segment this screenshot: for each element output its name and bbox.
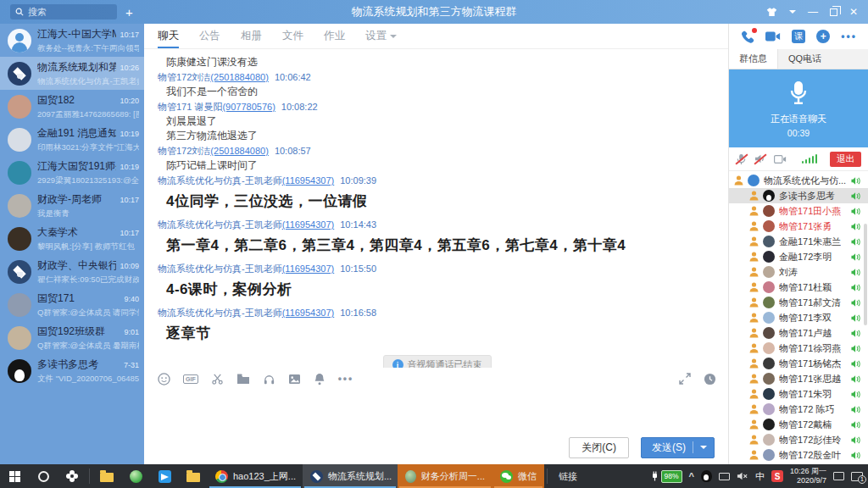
audio-icon[interactable]	[263, 373, 275, 385]
image-icon[interactable]	[288, 374, 301, 385]
chat-tab[interactable]: 设置	[365, 24, 397, 48]
conversation-list-item[interactable]: 大秦学术10:17 黎明风帆:[分享] 教师节红包	[0, 222, 144, 255]
conversation-list-item[interactable]: 多读书多思考7-31 文件 "VID_20200706_06485	[0, 354, 144, 387]
camera-off-icon[interactable]	[774, 154, 787, 164]
message-input-area[interactable]	[144, 390, 728, 430]
tab-qq-call[interactable]: QQ电话	[778, 49, 832, 69]
tray-clock[interactable]: 10:26 周一 2020/9/7	[790, 467, 826, 486]
member-row[interactable]: 多读书多思考	[729, 188, 868, 203]
member-row[interactable]: 物管171朱羽	[729, 386, 868, 402]
member-row[interactable]: 物管172戴楠	[729, 417, 868, 432]
sender-uin-link[interactable]: (907780576)	[222, 102, 275, 112]
member-row[interactable]: 物管171张思越	[729, 371, 868, 386]
start-button[interactable]	[0, 464, 29, 488]
taskbar-qq-group-window[interactable]: 物流系统规划...	[303, 464, 398, 488]
mic-muted-icon[interactable]	[736, 153, 747, 165]
taskbar-links-label[interactable]: 链接	[550, 464, 586, 488]
conversation-list-item[interactable]: 国贸192班级群9:01 Q群管家:@全体成员 暑期南校	[0, 321, 144, 354]
member-row[interactable]: 物管172彭佳玲	[729, 432, 868, 447]
sender-uin-link[interactable]: (2501884080)	[210, 72, 269, 82]
member-row[interactable]: 物管171张勇	[729, 219, 868, 234]
pinwheel-app-button[interactable]	[58, 464, 86, 488]
sender-uin-link[interactable]: (116954307)	[282, 175, 335, 186]
ime-indicator[interactable]: 中	[755, 470, 765, 483]
sender-name[interactable]: 物管172刘洁	[158, 146, 210, 156]
sender-name[interactable]: 物管171 谢曼阳	[158, 102, 222, 112]
member-row[interactable]: 物管171杨铭杰	[729, 356, 868, 371]
member-row[interactable]: 物管171田小燕	[729, 203, 868, 219]
restore-icon[interactable]	[830, 8, 837, 16]
member-row[interactable]: 物管172 陈巧	[729, 402, 868, 417]
conversation-list-item[interactable]: 江海大-中国大学M10:17 教务处--祝青永:下午两向领导	[0, 24, 144, 57]
conversation-list-item[interactable]: 国贸18210:20 2097孟丽雅14762865689: [图	[0, 90, 144, 123]
send-options-caret-icon[interactable]	[700, 446, 707, 449]
send-button[interactable]: 发送(S)	[641, 437, 715, 458]
member-row[interactable]: 物管172殷金叶	[729, 447, 868, 463]
group-class-icon[interactable]: 课	[792, 30, 805, 43]
member-row[interactable]: 物管171卢越	[729, 325, 868, 341]
voice-call-button[interactable]	[740, 30, 754, 44]
member-row[interactable]: 物管171郝文清	[729, 295, 868, 310]
skin-icon[interactable]	[766, 7, 777, 17]
sogou-ime-icon[interactable]: S	[771, 470, 783, 482]
chat-tab[interactable]: 聊天	[158, 24, 179, 48]
sender-uin-link[interactable]: (116954307)	[282, 263, 335, 274]
bird-app-button[interactable]	[150, 464, 179, 488]
screenshot-scissors-icon[interactable]	[211, 373, 224, 385]
tray-device-icon[interactable]	[719, 473, 730, 480]
member-row[interactable]: 金融172李明	[729, 249, 868, 264]
send-file-folder-icon[interactable]	[236, 373, 250, 385]
gif-icon[interactable]: GIF	[183, 374, 198, 384]
tray-expand-icon[interactable]: ^	[689, 471, 694, 481]
chat-tab[interactable]: 相册	[241, 24, 262, 48]
sender-name[interactable]: 物流系统优化与仿真-王凯老师	[158, 263, 282, 274]
exit-call-button[interactable]: 退出	[830, 152, 861, 167]
file-explorer-button[interactable]	[92, 464, 121, 488]
sender-name[interactable]: 物管172刘洁	[158, 72, 210, 82]
close-button[interactable]: 关闭(C)	[569, 437, 629, 458]
volume-muted-icon[interactable]	[737, 471, 748, 481]
touch-keyboard-icon[interactable]	[833, 472, 844, 480]
cortana-button[interactable]	[29, 464, 58, 488]
sender-uin-link[interactable]: (2501884080)	[210, 146, 269, 156]
qq-tray-icon[interactable]	[701, 470, 712, 482]
expand-icon[interactable]	[679, 373, 691, 385]
speaker-muted-icon[interactable]	[754, 153, 766, 164]
member-row[interactable]: 刘涛	[729, 264, 868, 280]
taskbar-hao123-window[interactable]: hao123_上网...	[208, 464, 303, 488]
sender-name[interactable]: 物流系统优化与仿真-王凯老师	[158, 308, 282, 318]
conversation-list-item[interactable]: 物流系统规划和第三10:26 物流系统优化与仿真-王凯老师	[0, 57, 144, 90]
message-history-icon[interactable]	[704, 373, 716, 385]
add-icon[interactable]: +	[125, 6, 133, 19]
search-input[interactable]	[28, 7, 104, 17]
member-row[interactable]: 物流系统优化与仿...	[729, 173, 868, 188]
sender-uin-link[interactable]: (116954307)	[282, 308, 335, 318]
action-center-icon[interactable]: 1	[851, 472, 863, 481]
member-row[interactable]: 物管171杜颖	[729, 280, 868, 295]
sender-name[interactable]: 物流系统优化与仿真-王凯老师	[158, 175, 282, 186]
member-row[interactable]: 物管171徐羽燕	[729, 341, 868, 356]
sender-name[interactable]: 物流系统优化与仿真-王凯老师	[158, 219, 282, 230]
battery-indicator[interactable]: 98%	[651, 470, 682, 483]
message-list[interactable]: 陈康健这门课没有选物管172刘洁(2501884080)10:06:42我们不是…	[144, 49, 728, 368]
member-list-scrollbar[interactable]	[864, 224, 867, 325]
minimize-icon[interactable]: —	[808, 7, 818, 17]
chat-tab[interactable]: 公告	[199, 24, 220, 48]
folder-button-2[interactable]	[179, 464, 208, 488]
taskbar-wechat-window[interactable]: 微信	[492, 464, 544, 488]
taskbar-finance-window[interactable]: 财务分析周一...	[398, 464, 492, 488]
chat-tab[interactable]: 作业	[324, 24, 345, 48]
emoji-icon[interactable]	[158, 373, 170, 385]
conversation-list-item[interactable]: 国贸1719:40 Q群管家:@全体成员 请同学们	[0, 288, 144, 321]
sender-uin-link[interactable]: (116954307)	[282, 219, 335, 230]
search-box[interactable]	[10, 4, 117, 19]
menu-caret-icon[interactable]	[789, 10, 796, 14]
close-icon[interactable]: ✕	[849, 7, 858, 17]
conversation-list-item[interactable]: 金融191 消息通知群10:19 印雨林3021:分享文件"江海大	[0, 123, 144, 156]
chat-tab[interactable]: 文件	[282, 24, 303, 48]
conversation-list-item[interactable]: 财政学、中央银行学10:09 翟仁祥家长:09:50已完成财政	[0, 255, 144, 288]
more-tools-icon[interactable]: •••	[338, 374, 354, 384]
tab-group-info[interactable]: 群信息	[729, 49, 778, 69]
conversation-list-item[interactable]: 财政学-周老师10:17 我是衡青	[0, 189, 144, 222]
video-call-icon[interactable]	[765, 30, 781, 42]
